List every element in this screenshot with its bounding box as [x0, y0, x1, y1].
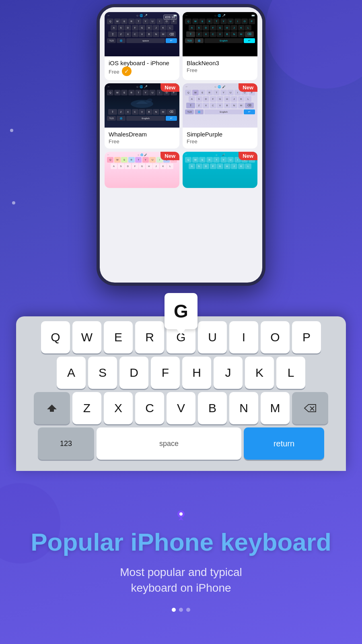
rainbow-preview: New ← ☺ 🌐 🎤 ⌨️ Q W E R	[105, 152, 179, 188]
whale-preview: New ← ☺ 🌐 🎤 ⌨️ Q W E R	[105, 83, 179, 128]
key-A[interactable]: A	[57, 357, 86, 389]
keyboard-card-teal[interactable]: New ← ☺ 🌐 🎤 ⌨️ Q W E R	[183, 152, 257, 188]
ios-card-info: iOS keyboard - iPhone Free ✓	[105, 56, 179, 80]
keyboard-card-simplepurple[interactable]: New ← ☺ 🌐 🎤 ⌨️ Q W E R	[183, 83, 257, 149]
blackneon-card-name: BlackNeon3	[187, 60, 253, 66]
key-X[interactable]: X	[104, 392, 133, 424]
key-numbers[interactable]: 123	[38, 427, 94, 460]
key-row-3: Z X C V B N M	[19, 392, 343, 424]
key-N[interactable]: N	[229, 392, 258, 424]
key-Z[interactable]: Z	[72, 392, 101, 424]
key-R[interactable]: R	[135, 321, 164, 353]
keyboard-card-blackneon[interactable]: ← ☺ 🌐 🎤 ⌨️ Q W E R T Y U	[183, 12, 257, 80]
key-S[interactable]: S	[88, 357, 117, 389]
whale-card-price: Free	[109, 138, 175, 144]
ios-card-price: Free	[109, 69, 119, 75]
ios-preview: ← ☺ 🌐 🎤 ⌨️ Q W E R T Y U	[105, 12, 179, 56]
ios-card-name: iOS keyboard - iPhone	[109, 60, 175, 66]
subtitle-line2: keyboard on iPhone	[131, 582, 231, 594]
key-G[interactable]: G G	[167, 321, 195, 353]
dot-1[interactable]	[172, 608, 176, 612]
sub-heading: Most popular and typical keyboard on iPh…	[120, 564, 242, 596]
heading-part1: Popular	[31, 528, 130, 556]
key-Q[interactable]: Q	[41, 321, 70, 353]
keyboard-card-rainbow[interactable]: New ← ☺ 🌐 🎤 ⌨️ Q W E R	[105, 152, 179, 188]
simplepurple-card-info: SimplePurple Free	[183, 128, 257, 149]
phone-section: ← ☺ 🌐 🎤 ⌨️ Q W E R T Y U	[0, 0, 362, 274]
key-P[interactable]: P	[292, 321, 321, 353]
key-E[interactable]: E	[104, 321, 133, 353]
simplepurple-new-badge: New	[239, 83, 257, 92]
key-U[interactable]: U	[198, 321, 227, 353]
heading-part2: iPhone	[130, 528, 214, 556]
main-heading: Popular iPhone keyboard	[31, 528, 331, 556]
key-B[interactable]: B	[198, 392, 227, 424]
key-row-1: Q W E R G G U I O P	[19, 321, 343, 353]
phone-inner: ← ☺ 🌐 🎤 ⌨️ Q W E R T Y U	[100, 7, 262, 283]
blackneon-mini-keyboard: ← ☺ 🌐 🎤 ⌨️ Q W E R T Y U	[183, 12, 257, 56]
simplepurple-card-price: Free	[187, 138, 253, 144]
key-L[interactable]: L	[276, 357, 305, 389]
simplepurple-preview: New ← ☺ 🌐 🎤 ⌨️ Q W E R	[183, 83, 257, 128]
key-F[interactable]: F	[151, 357, 180, 389]
key-D[interactable]: D	[119, 357, 148, 389]
teal-new-badge: New	[239, 152, 257, 160]
svg-point-5	[179, 512, 183, 516]
keyboard-card-ios[interactable]: ← ☺ 🌐 🎤 ⌨️ Q W E R T Y U	[105, 12, 179, 80]
main-keyboard: Q W E R G G U I O P A S D F H J K L Z X …	[16, 316, 346, 471]
rainbow-new-badge: New	[160, 152, 179, 160]
key-H[interactable]: H	[182, 357, 211, 389]
dot-indicator	[172, 608, 190, 612]
teal-preview: New ← ☺ 🌐 🎤 ⌨️ Q W E R	[183, 152, 257, 188]
ios-check-badge: ✓	[122, 66, 132, 76]
key-J[interactable]: J	[214, 357, 243, 389]
whale-new-badge: New	[160, 83, 179, 92]
location-pin-icon	[177, 510, 185, 522]
simplepurple-card-name: SimplePurple	[187, 131, 253, 138]
phone-mockup: ← ☺ 🌐 🎤 ⌨️ Q W E R T Y U	[97, 4, 265, 286]
blackneon-card-price: Free	[187, 67, 253, 73]
subtitle-line1: Most popular and typical	[120, 566, 242, 578]
key-space[interactable]: space	[97, 427, 241, 460]
key-I[interactable]: I	[229, 321, 258, 353]
key-row-2: A S D F H J K L	[19, 357, 343, 389]
key-V[interactable]: V	[167, 392, 195, 424]
text-section: Popular iPhone keyboard Most popular and…	[0, 459, 362, 644]
key-G-popup: G	[165, 293, 197, 329]
key-return[interactable]: return	[244, 427, 324, 460]
key-C[interactable]: C	[135, 392, 164, 424]
heading-part3: keyboard	[214, 528, 331, 556]
ios-badge: iOS 16	[163, 14, 177, 20]
keyboard-grid: ← ☺ 🌐 🎤 ⌨️ Q W E R T Y U	[100, 7, 262, 193]
key-row-4: 123 space return	[19, 427, 343, 460]
whale-card-name: WhalesDream	[109, 131, 175, 138]
dot-3[interactable]	[186, 608, 190, 612]
key-O[interactable]: O	[261, 321, 290, 353]
key-shift[interactable]	[34, 392, 70, 424]
keyboard-card-whale[interactable]: New ← ☺ 🌐 🎤 ⌨️ Q W E R	[105, 83, 179, 149]
dot-2[interactable]	[179, 608, 183, 612]
key-backspace[interactable]	[292, 392, 328, 424]
blackneon-card-info: BlackNeon3 Free	[183, 56, 257, 77]
key-M[interactable]: M	[261, 392, 290, 424]
blackneon-preview: ← ☺ 🌐 🎤 ⌨️ Q W E R T Y U	[183, 12, 257, 56]
key-K[interactable]: K	[245, 357, 274, 389]
whale-card-info: WhalesDream Free	[105, 128, 179, 149]
key-W[interactable]: W	[72, 321, 101, 353]
